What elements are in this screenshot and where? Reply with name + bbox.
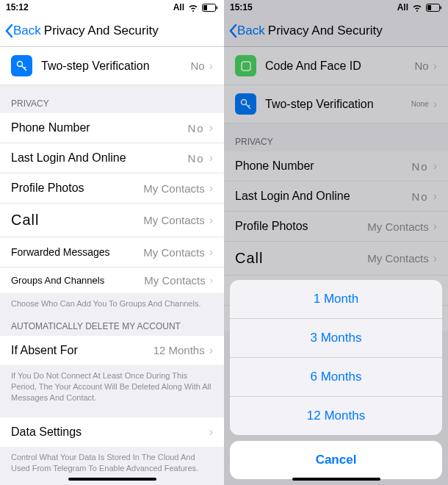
left-screenshot: 15:12 All Back Privacy And Security Two-… — [0, 0, 224, 485]
option-1-month[interactable]: 1 Month — [230, 280, 442, 319]
chevron-right-icon: › — [209, 121, 213, 134]
row-data-settings[interactable]: Data Settings › — [0, 417, 224, 447]
section-privacy: PRIVACY — [0, 85, 224, 113]
option-6-months[interactable]: 6 Months — [230, 358, 442, 397]
battery-icon — [202, 4, 218, 12]
row-absent-for[interactable]: If Absent For 12 Months › — [0, 336, 224, 365]
chevron-right-icon: › — [209, 182, 213, 195]
chevron-left-icon — [4, 24, 13, 38]
option-3-months[interactable]: 3 Months — [230, 319, 442, 358]
chevron-right-icon: › — [209, 425, 213, 439]
chevron-right-icon: › — [209, 245, 213, 259]
svg-rect-1 — [203, 5, 207, 10]
home-indicator — [292, 478, 380, 481]
chevron-right-icon: › — [209, 344, 213, 357]
row-last-login[interactable]: Last Login And Online No › — [0, 143, 224, 173]
row-two-step[interactable]: Two-step Verification No › — [0, 47, 224, 85]
right-screenshot: 15:15 All Back Privacy And Security Code… — [224, 0, 448, 485]
nav-title: Privacy And Security — [44, 24, 159, 38]
footer-absent: If You Do Not Connect At Least Once Duri… — [0, 365, 224, 411]
sheet-options: 1 Month 3 Months 6 Months 12 Months — [230, 280, 442, 435]
row-profile-photos[interactable]: Profile Photos My Contacts › — [0, 173, 224, 204]
status-bar: 15:12 All — [0, 0, 224, 15]
footer-data: Control What Your Data Is Stored In The … — [0, 447, 224, 481]
key-icon — [11, 55, 32, 76]
chevron-right-icon: › — [209, 151, 213, 165]
wifi-icon — [187, 3, 199, 12]
back-button[interactable]: Back — [4, 24, 41, 38]
row-call[interactable]: Call My Contacts › — [0, 204, 224, 237]
action-sheet: 1 Month 3 Months 6 Months 12 Months Canc… — [230, 280, 442, 479]
chevron-right-icon: › — [210, 275, 213, 286]
chevron-right-icon: › — [209, 60, 213, 73]
home-indicator — [68, 478, 156, 481]
chevron-right-icon: › — [209, 214, 213, 227]
nav-bar: Back Privacy And Security — [0, 15, 224, 47]
row-label: Two-step Verification — [41, 60, 190, 73]
status-right: All — [173, 2, 218, 12]
cancel-button[interactable]: Cancel — [230, 441, 442, 479]
svg-rect-2 — [217, 6, 218, 9]
status-time: 15:12 — [6, 2, 29, 12]
footer-groups: Choose Who Can Add You To Groups And Cha… — [0, 293, 224, 317]
row-phone-number[interactable]: Phone Number No › — [0, 113, 224, 143]
section-auto-delete: AUTOMATICALLY DELETE MY ACCOUNT — [0, 317, 224, 336]
row-groups[interactable]: Groups And Channels My Contacts › — [0, 267, 224, 293]
svg-point-3 — [17, 61, 22, 66]
row-forwarded[interactable]: Forwarded Messages My Contacts › — [0, 237, 224, 267]
option-12-months[interactable]: 12 Months — [230, 397, 442, 435]
